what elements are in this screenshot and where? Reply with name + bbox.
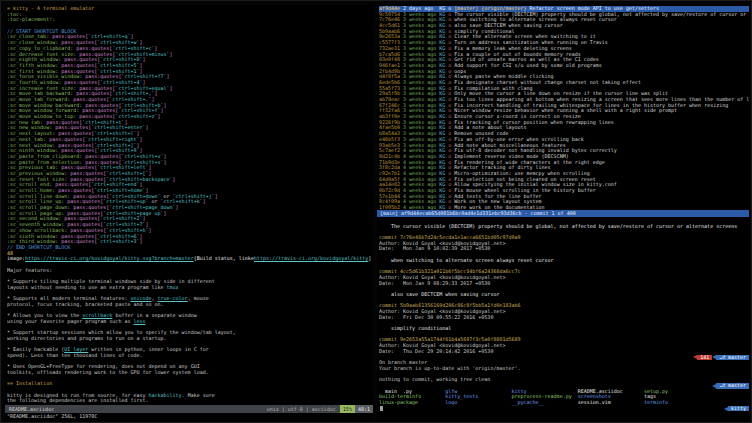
statusline-fileinfo: unix | utf-8 | asciidoc (263, 405, 340, 413)
text-segment: KG (439, 29, 448, 34)
text-segment: ] (139, 137, 142, 142)
text-segment: when switching to alternate screen alway… (454, 17, 617, 22)
editor-line: the following dependencies are installed… (7, 398, 373, 404)
text-segment: 3 weeks ago (403, 46, 439, 51)
text-segment: 4 weeks ago (403, 188, 439, 193)
text-segment: KG (439, 143, 448, 148)
text-segment: ] (173, 177, 176, 182)
shell-scrollback: The cursor visible (DECTCEM) property sh… (379, 218, 749, 411)
text-segment: `ctrl+shift+1` (97, 69, 139, 74)
text-segment: Major features: (7, 268, 52, 273)
text-segment: Fix utf-8 decoder not handling invalid b… (454, 148, 617, 153)
text-segment: when switching to alternate screen alway… (379, 258, 554, 263)
text-segment: ] (146, 222, 149, 227)
text-segment: 732ae31 (379, 46, 403, 51)
text-segment: simplify conditional (454, 29, 514, 34)
vim-statusline: README.asciidoc unix | utf-8 | asciidoc … (5, 405, 373, 413)
text-segment: pass:quotes[ (70, 194, 109, 199)
text-segment: `ctrl+shift+4` (100, 80, 142, 85)
text-segment: :sc_move_window_forward: (7, 108, 79, 113)
text-segment: 55a5f73 (379, 86, 403, 91)
text-segment: Fix selection not being cleared on scree… (454, 177, 595, 182)
text-segment: 4 weeks ago (403, 154, 439, 159)
text-segment: KG (439, 52, 448, 57)
text-segment: also save DECTCEM when saving cursor (379, 292, 499, 297)
text-segment: KG (439, 63, 448, 68)
text-segment: `ctrl+shift+6` (97, 234, 139, 239)
text-segment: :sc_move_window_to_top: (7, 114, 76, 119)
text-segment: pass:quotes[ (52, 182, 91, 187)
text-segment: KG (439, 165, 448, 170)
text-segment: linux-package (379, 400, 445, 405)
vim-editor-pane[interactable]: = kitty - A terminal emulator:toc::toc-p… (5, 5, 373, 420)
text-segment: 9226f9b (379, 120, 403, 125)
text-segment: README.asciidoc (578, 389, 644, 394)
text-segment: ] (124, 120, 127, 125)
text-segment: `ctrl+shift+s` (121, 160, 163, 165)
text-segment: pass:quotes[ (82, 103, 121, 108)
text-segment: ] (215, 194, 218, 199)
text-segment: ] (142, 80, 145, 85)
text-segment: Ensure cursor x-coord is correct on resi… (454, 114, 580, 119)
text-segment: terminfo (644, 400, 668, 405)
text-segment: 3 weeks ago (403, 137, 439, 142)
text-segment: pass:quotes[ (82, 74, 121, 79)
text-segment: pass:quotes[ (58, 239, 97, 244)
text-segment: `ctrl+shift+t` (82, 120, 124, 125)
kitty-terminal-window: = kitty - A terminal emulator:toc::toc-p… (0, 0, 752, 423)
text-segment: c92e7b1 (379, 171, 403, 176)
text-segment: pass:quotes[ (79, 108, 118, 113)
text-segment: KG (439, 177, 448, 182)
text-segment: 3 weeks ago (403, 91, 439, 96)
text-segment: c5577f3 (379, 40, 403, 45)
text-segment: KG (439, 120, 448, 125)
text-segment: 3 weeks ago (403, 40, 439, 45)
text-segment: Author: Kovid Goyal <kovid@kovidgoyal.ne… (379, 275, 505, 280)
text-segment: or (161, 194, 173, 199)
text-segment: pass:quotes[ (64, 222, 103, 227)
terminal-line: The cursor visible (DECTCEM) property sh… (379, 224, 749, 230)
text-segment: :sc_first_window: (7, 69, 58, 74)
text-segment: KG (439, 137, 448, 142)
text-segment: KG (439, 171, 448, 176)
text-segment: also save DECTCEM when saving cursor (454, 23, 562, 28)
text-segment: KG (439, 74, 448, 79)
text-segment: KG (439, 131, 448, 136)
vim-command-line: "README.asciidoc" 256L, 11978C (7, 413, 373, 420)
text-segment: KG (439, 194, 448, 199)
text-segment: KG (439, 69, 448, 74)
text-segment: pass:quotes[ (52, 125, 91, 130)
text-segment: Date: Mon Jan 9 08:29:33 2017 +0530 (379, 281, 490, 286)
text-segment: pass:quotes[ (58, 148, 97, 153)
text-segment: 4fae5b0 (379, 125, 403, 130)
text-segment: :sc_scroll_line_down: (7, 194, 70, 199)
shell-pane[interactable]: The cursor visible (DECTCEM) property sh… (377, 217, 749, 420)
text-segment: `ctrl+shift+[` (106, 171, 148, 176)
text-segment: 5c7aef2 (379, 148, 403, 153)
text-segment: KG (439, 17, 448, 22)
text-segment: Add tests for the line buffer (454, 194, 541, 199)
text-segment: `ctrl+shift+5` (97, 63, 139, 68)
text-segment: 3 weeks ago (403, 69, 439, 74)
text-segment: Refactor screen mode API to use get/sett… (530, 6, 659, 11)
text-segment: ] (176, 205, 179, 210)
text-segment: 4 weeks ago (403, 165, 439, 170)
text-segment: :sc_next_tab: (7, 137, 46, 142)
text-segment: kitty (511, 389, 577, 394)
text-segment: `ctrl+shift+c` (112, 46, 154, 51)
text-segment: ] (155, 46, 158, 51)
text-segment: KG (439, 86, 448, 91)
text-segment: 4 weeks ago (403, 171, 439, 176)
text-segment: [master] {origin/master} (454, 6, 529, 11)
text-segment: KG (439, 23, 448, 28)
text-segment: :sc_paste_from_clipboard: (7, 154, 82, 159)
text-segment: The cursor visible (DECTCEM) property sh… (379, 224, 737, 229)
text-segment: `ctrl+shift+f` (118, 108, 160, 113)
git-log-pane[interactable]: af9d44e 2 days ago KG o [master] {origin… (377, 5, 749, 217)
text-segment: kitty is designed to run from source, fo… (7, 393, 148, 398)
commit-list: af9d44e 2 days ago KG o [master] {origin… (379, 6, 749, 211)
text-segment: toolkits, offloads rendering work to the… (7, 370, 209, 375)
text-segment: :sc_new_tab: (7, 120, 43, 125)
text-segment: 8c4f09a (379, 199, 403, 204)
text-segment: ] (145, 125, 148, 130)
